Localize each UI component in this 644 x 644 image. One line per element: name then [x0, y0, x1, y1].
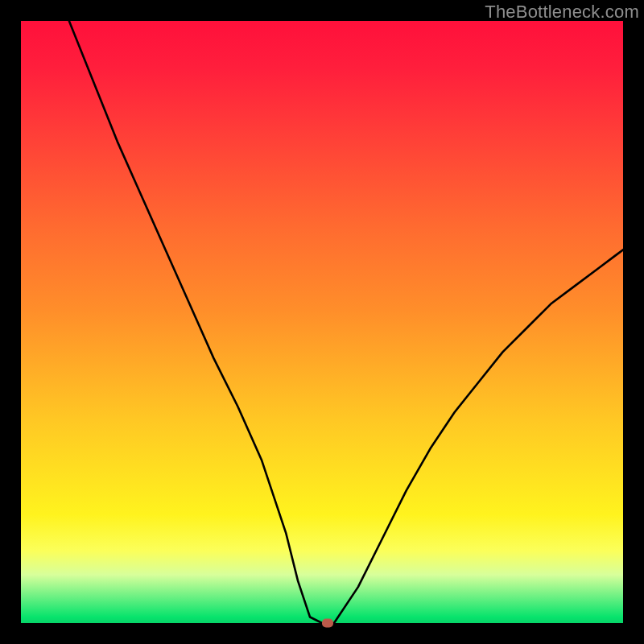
bottleneck-curve: [21, 21, 623, 623]
optimum-marker: [322, 619, 333, 628]
watermark-text: TheBottleneck.com: [485, 2, 639, 23]
chart-frame: TheBottleneck.com: [0, 0, 644, 644]
plot-area: [21, 21, 623, 623]
